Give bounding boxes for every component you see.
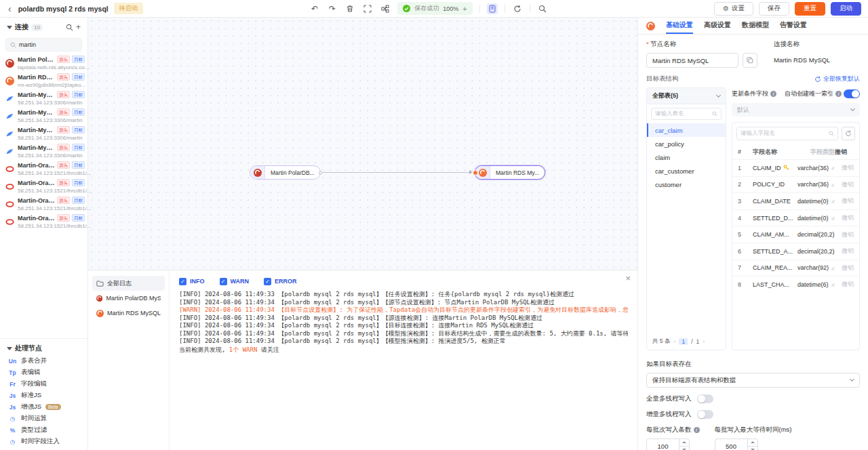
batch-size-input[interactable]: 100 xyxy=(646,438,690,450)
connection-search-input[interactable]: martin xyxy=(5,38,82,52)
connection-item[interactable]: Martin-Oracle - ... 源头 目标 58.251.34.123:… xyxy=(0,213,87,230)
close-icon[interactable]: × xyxy=(625,273,631,283)
settings-tab[interactable]: 告警设置 xyxy=(780,18,807,34)
polardb-icon xyxy=(250,166,265,179)
undo-field-button[interactable]: 撤销 xyxy=(835,230,854,239)
output-port[interactable] xyxy=(319,171,322,174)
connection-item[interactable]: Martin-MySQL 源头 目标 58.251.34.123:3306/ma… xyxy=(0,89,87,107)
connection-search-icon[interactable] xyxy=(66,24,73,31)
full-thread-toggle[interactable] xyxy=(697,394,713,403)
pagination: 共 5 条 ‹ 1 / 1 › xyxy=(647,333,726,350)
undo-field-button[interactable]: 撤销 xyxy=(835,163,854,172)
processor-item[interactable]: Js 标准JS xyxy=(0,390,87,401)
undo-field-button[interactable]: 撤销 xyxy=(835,213,854,222)
delete-icon[interactable] xyxy=(344,3,355,14)
connection-item[interactable]: Martin-MySQL - ... 源头 目标 58.251.34.123:3… xyxy=(0,107,87,125)
connection-item[interactable]: Martin-MySQL - ... 源头 目标 58.251.34.123:3… xyxy=(0,142,87,160)
pipeline-canvas[interactable]: Martin PolarDB... Martin RDS My... xyxy=(88,18,637,270)
table-list-item[interactable]: car_claim xyxy=(647,123,726,137)
connection-item[interactable]: Martin PolarDB ... 源头 目标 tapdata.rwlb.rd… xyxy=(0,54,87,72)
copy-button[interactable] xyxy=(743,53,757,68)
restore-all-link[interactable]: 全部恢复默认 xyxy=(814,75,860,83)
refresh-fields-button[interactable] xyxy=(842,127,855,140)
search-icon[interactable] xyxy=(537,3,548,14)
increment-icon[interactable] xyxy=(748,439,757,446)
processor-item[interactable]: % 类型过滤 xyxy=(0,424,87,436)
connection-item[interactable]: Martin-MySQL - ... 源头 目标 58.251.34.123:3… xyxy=(0,125,87,142)
processor-item[interactable]: ◷ 时间运算 xyxy=(0,413,87,424)
log-filter-all[interactable]: 全部日志 xyxy=(92,276,165,291)
processor-icon: Js xyxy=(8,404,17,411)
increment-icon[interactable] xyxy=(679,439,689,446)
undo-field-button[interactable]: 撤销 xyxy=(835,197,854,205)
log-level-checkbox[interactable]: WARN xyxy=(220,278,250,285)
undo-icon[interactable]: ↶ xyxy=(309,3,320,14)
connections-count: 10 xyxy=(31,24,43,31)
redo-icon[interactable]: ↷ xyxy=(327,3,338,14)
table-search-input[interactable]: 请输入表名 xyxy=(651,108,722,120)
column-header: 字段类型 xyxy=(797,148,835,157)
connection-host: 58.251.34.123:3306/martin xyxy=(18,152,83,159)
log-level-checkbox[interactable]: ERROR xyxy=(264,278,297,285)
processor-item[interactable]: Fr 字段编辑 xyxy=(0,378,87,390)
node-name-input[interactable]: Martin RDS MySQL xyxy=(646,53,738,68)
settings-tab[interactable]: 高级设置 xyxy=(704,18,731,34)
decrement-icon[interactable] xyxy=(748,446,757,450)
collapse-caret-icon[interactable] xyxy=(7,26,12,29)
checkbox-checked-icon xyxy=(220,278,227,285)
zoom-fit-icon[interactable] xyxy=(362,3,373,14)
decrement-icon[interactable] xyxy=(679,446,689,450)
processor-item[interactable]: Tp 表编辑 xyxy=(0,367,87,378)
add-connection-icon[interactable]: + xyxy=(76,22,81,32)
undo-field-button[interactable]: 撤销 xyxy=(835,180,854,189)
source-node[interactable]: Martin PolarDB... xyxy=(250,165,321,180)
connection-item[interactable]: Martin-Oracle - ... 源头 目标 58.251.34.123:… xyxy=(0,178,87,195)
connection-item[interactable]: Martin-Oracle - ... 源头 目标 58.251.34.123:… xyxy=(0,195,87,213)
fields-table: 请输入字段名 #字段名称字段类型撤销 xyxy=(732,122,860,350)
start-button[interactable]: 启动 xyxy=(831,2,861,16)
tables-dropdown[interactable]: 全部表(5) xyxy=(647,88,726,104)
log-level-checkbox[interactable]: INFO xyxy=(179,278,205,285)
batch-wait-input[interactable]: 500 xyxy=(715,438,758,450)
refresh-icon[interactable] xyxy=(512,3,523,14)
incr-thread-label: 增量多线程写入 xyxy=(646,410,692,419)
zoom-in-icon[interactable]: + xyxy=(462,5,467,13)
back-icon[interactable]: ‹ xyxy=(7,4,13,14)
next-page-icon[interactable]: › xyxy=(703,338,705,345)
log-panel-toggle-icon[interactable] xyxy=(487,3,498,14)
prev-page-icon[interactable]: ‹ xyxy=(673,338,675,345)
save-button[interactable]: 保存 xyxy=(759,2,789,16)
undo-field-button[interactable]: 撤销 xyxy=(835,280,854,289)
update-condition-label: 更新条件字段 xyxy=(732,89,768,98)
collapse-caret-icon[interactable] xyxy=(7,347,12,350)
log-filter-node-rds[interactable]: Martin RDS MySQL xyxy=(92,306,165,321)
reset-button[interactable]: 重置 xyxy=(795,2,825,16)
table-list-item[interactable]: claim xyxy=(647,150,726,164)
settings-button[interactable]: ⚙ 设置 xyxy=(714,2,753,16)
field-search-input[interactable]: 请输入字段名 xyxy=(736,127,838,140)
processor-item[interactable]: Un 多表合并 xyxy=(0,355,87,367)
chevron-down-icon xyxy=(716,92,721,97)
auto-layout-icon[interactable] xyxy=(380,3,391,14)
connection-item[interactable]: Martin RDS MyS... 源头 目标 rm-wz90jp8x86nm2… xyxy=(0,72,87,89)
input-port[interactable] xyxy=(473,170,478,176)
connection-item[interactable]: Martin-Oracle 源头 目标 58.251.34.123:1521/l… xyxy=(0,160,87,178)
table-list-item[interactable]: car_policy xyxy=(647,137,726,150)
info-icon: i xyxy=(835,91,842,97)
update-condition-select[interactable]: 默认 xyxy=(732,103,860,117)
undo-field-button[interactable]: 撤销 xyxy=(835,264,854,272)
target-node[interactable]: Martin RDS My... xyxy=(475,165,545,180)
table-list-item[interactable]: car_customer xyxy=(647,164,726,178)
processor-item[interactable]: Js 增强JS Beta xyxy=(0,401,87,413)
auto-index-toggle[interactable] xyxy=(844,89,860,98)
current-page[interactable]: 1 xyxy=(679,338,688,345)
exists-select[interactable]: 保持目标端原有表结构和数据 xyxy=(646,373,860,388)
processor-item[interactable]: ◷ 时间字段注入 xyxy=(0,436,87,447)
database-icon xyxy=(5,147,14,156)
undo-field-button[interactable]: 撤销 xyxy=(835,247,854,255)
settings-tab[interactable]: 数据模型 xyxy=(742,18,769,34)
log-filter-node-polardb[interactable]: Martin PolarDB MySQL xyxy=(92,291,165,306)
settings-tab[interactable]: 基础设置 xyxy=(666,18,693,34)
incr-thread-toggle[interactable] xyxy=(697,410,713,419)
table-list-item[interactable]: customer xyxy=(647,178,726,191)
